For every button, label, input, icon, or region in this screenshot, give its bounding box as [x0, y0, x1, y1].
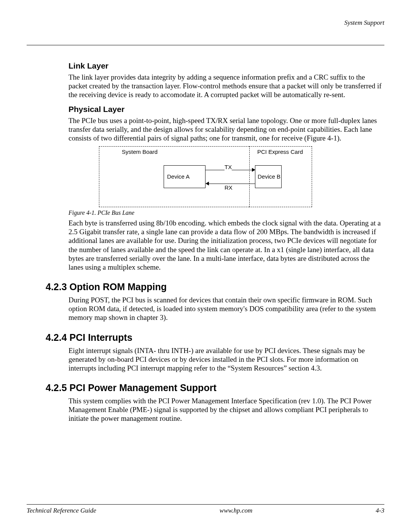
diagram-pcie-lane: System Board PCI Express Card Device A D… [99, 146, 312, 207]
paragraph-option-rom: During POST, the PCI bus is scanned for … [68, 296, 384, 322]
footer-row: Technical Reference Guide www.hp.com 4-3 [27, 507, 384, 514]
page-header: System Support [27, 19, 384, 34]
footer-right: 4-3 [376, 507, 384, 514]
label-device-a: Device A [167, 173, 190, 180]
paragraph-link-layer: The link layer provides data integrity b… [68, 73, 384, 99]
footer-center: www.hp.com [220, 507, 253, 514]
label-pci-express-card: PCI Express Card [257, 149, 303, 155]
box-device-b: Device B [255, 165, 282, 188]
page-footer: Technical Reference Guide www.hp.com 4-3 [27, 504, 384, 514]
figure-caption: Figure 4-1. PCIe Bus Lane [68, 209, 384, 216]
content-area: Link Layer The link layer provides data … [27, 45, 384, 423]
label-rx: RX [225, 184, 233, 191]
heading-option-rom-mapping: 4.2.3 Option ROM Mapping [46, 281, 384, 292]
heading-pci-interrupts: 4.2.4 PCI Interrupts [46, 332, 384, 343]
label-tx: TX [225, 164, 232, 170]
heading-pci-power-management: 4.2.5 PCI Power Management Support [46, 382, 384, 393]
paragraph-pci-interrupts: Eight interrupt signals (INTA- thru INTH… [68, 346, 384, 373]
heading-physical-layer: Physical Layer [68, 105, 384, 114]
label-device-b: Device B [258, 173, 280, 180]
footer-rule [27, 504, 384, 505]
paragraph-physical-layer-after: Each byte is transferred using 8b/10b en… [68, 219, 384, 272]
heading-link-layer: Link Layer [68, 61, 384, 70]
figure-pcie-bus-lane: System Board PCI Express Card Device A D… [68, 146, 384, 207]
arrow-rx-line [209, 184, 255, 184]
header-section-name: System Support [344, 19, 384, 27]
paragraph-physical-layer-intro: The PCIe bus uses a point-to-point, high… [68, 116, 384, 143]
page: System Support Link Layer The link layer… [0, 0, 411, 532]
box-device-a: Device A [164, 165, 206, 188]
paragraph-pci-power-management: This system complies with the PCI Power … [68, 396, 384, 423]
label-system-board: System Board [122, 149, 158, 155]
arrow-rx-head [206, 182, 209, 185]
footer-left: Technical Reference Guide [27, 507, 96, 514]
arrow-tx-head [252, 168, 255, 172]
